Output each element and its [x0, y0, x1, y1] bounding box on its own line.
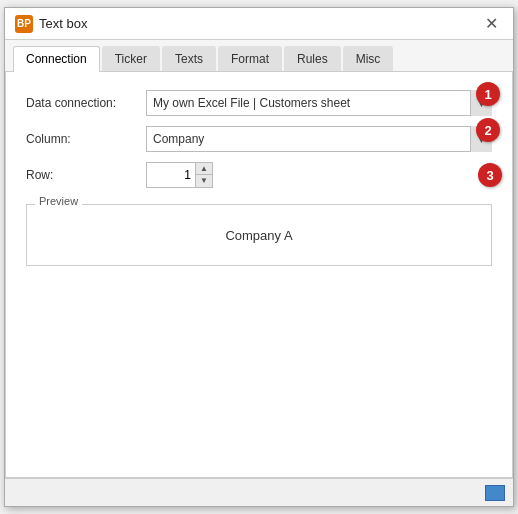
data-connection-select[interactable]: My own Excel File | Customers sheet: [146, 90, 492, 116]
app-icon: BP: [15, 15, 33, 33]
bottom-bar: [5, 478, 513, 506]
bottom-icon[interactable]: [485, 485, 505, 501]
tab-misc[interactable]: Misc: [343, 46, 394, 71]
tab-format[interactable]: Format: [218, 46, 282, 71]
title-bar: BP Text box ✕: [5, 8, 513, 40]
tab-texts[interactable]: Texts: [162, 46, 216, 71]
preview-legend: Preview: [35, 195, 82, 207]
row-input[interactable]: [146, 162, 196, 188]
main-window: BP Text box ✕ Connection Ticker Texts Fo…: [4, 7, 514, 507]
title-bar-left: BP Text box: [15, 15, 87, 33]
row-number-wrapper: ▲ ▼: [146, 162, 213, 188]
row-spin-up[interactable]: ▲: [196, 163, 212, 175]
column-label: Column:: [26, 132, 146, 146]
badge-2: 2: [476, 118, 500, 142]
preview-content: Company A: [27, 205, 491, 265]
column-select[interactable]: Company: [146, 126, 492, 152]
column-select-wrapper: Company ▼: [146, 126, 492, 152]
content-area: Data connection: My own Excel File | Cus…: [5, 72, 513, 478]
badge-3: 3: [478, 163, 502, 187]
tab-rules[interactable]: Rules: [284, 46, 341, 71]
data-connection-row: Data connection: My own Excel File | Cus…: [26, 90, 492, 116]
tab-connection[interactable]: Connection: [13, 46, 100, 72]
data-connection-select-wrapper: My own Excel File | Customers sheet ▼: [146, 90, 492, 116]
row-control: ▲ ▼ 3: [146, 162, 492, 188]
window-title: Text box: [39, 16, 87, 31]
row-label: Row:: [26, 168, 146, 182]
tab-bar: Connection Ticker Texts Format Rules Mis…: [5, 40, 513, 72]
data-connection-label: Data connection:: [26, 96, 146, 110]
tab-ticker[interactable]: Ticker: [102, 46, 160, 71]
row-spin-buttons: ▲ ▼: [196, 162, 213, 188]
row-row: Row: ▲ ▼ 3: [26, 162, 492, 188]
column-control: Company ▼ 2: [146, 126, 492, 152]
row-spin-down[interactable]: ▼: [196, 175, 212, 187]
column-row: Column: Company ▼ 2: [26, 126, 492, 152]
badge-1: 1: [476, 82, 500, 106]
preview-value: Company A: [225, 228, 292, 243]
data-connection-control: My own Excel File | Customers sheet ▼ 1: [146, 90, 492, 116]
preview-group: Preview Company A: [26, 204, 492, 266]
close-button[interactable]: ✕: [479, 12, 503, 36]
